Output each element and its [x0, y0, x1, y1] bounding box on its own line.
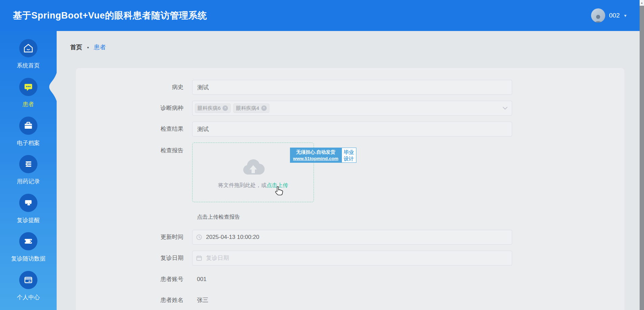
app-title: 基于SpringBoot+Vue的眼科患者随访管理系统 [13, 9, 207, 22]
medical-history-input[interactable] [192, 80, 512, 95]
breadcrumb-current[interactable]: 患者 [94, 43, 106, 51]
exam-report-label: 检查报告 [76, 143, 188, 202]
patient-name-value: 张三 [192, 297, 208, 304]
sidebar-item-profile[interactable]: 个人中心 [0, 271, 57, 301]
patient-account-label: 患者账号 [76, 276, 188, 283]
form-row-patient-account: 患者账号 001 [76, 276, 624, 283]
list-arrow-icon [23, 159, 33, 169]
watermark-banner: 无须担心.自动发货 www.51topmind.com 毕业 设计 [290, 148, 356, 163]
home-icon [23, 43, 33, 53]
update-time-label: 更新时间 [76, 230, 188, 245]
form-row-revisit-date: 复诊日期 [76, 251, 624, 266]
sidebar-item-home[interactable]: 系统首页 [0, 39, 57, 69]
scrollbar-thumb[interactable] [640, 6, 644, 310]
briefcase-icon [23, 121, 33, 131]
sidebar-item-label: 电子档案 [17, 139, 40, 147]
breadcrumb-separator-dot: ● [87, 45, 89, 49]
diagnosis-multiselect[interactable]: 眼科疾病6 × 眼科疾病4 × [192, 101, 512, 116]
watermark-link: www.51topmind.com [293, 156, 339, 161]
breadcrumb-home[interactable]: 首页 [70, 43, 82, 51]
watermark-line1: 无须担心.自动发货 [293, 149, 339, 155]
diagnosis-label: 诊断病种 [76, 101, 188, 116]
form-row-diagnosis: 诊断病种 眼科疾病6 × 眼科疾病4 × [76, 101, 624, 116]
reminder-icon [23, 198, 33, 208]
sidebar-item-label: 患者 [23, 100, 34, 108]
update-time-input[interactable] [192, 230, 512, 245]
sidebar-nav: 系统首页 患者 电子档案 [0, 31, 57, 310]
breadcrumb: 首页 ● 患者 [70, 43, 106, 51]
app-header: 基于SpringBoot+Vue的眼科患者随访管理系统 002 ▾ [0, 0, 644, 31]
form-row-patient-name: 患者姓名 张三 [76, 297, 624, 304]
dropzone-text: 将文件拖到此处，或点击上传 [193, 182, 314, 189]
sidebar-item-label: 用药记录 [17, 178, 40, 185]
chevron-down-icon[interactable]: ▾ [624, 13, 626, 18]
calendar-icon [196, 255, 202, 261]
form-row-exam-result: 检查结果 [76, 122, 624, 136]
person-silhouette-icon [593, 13, 603, 23]
sidebar-item-patients[interactable]: 患者 [0, 78, 57, 108]
medical-history-label: 病史 [76, 80, 188, 95]
sidebar-item-label: 复诊随访数据 [11, 255, 46, 262]
patient-account-value: 001 [192, 276, 206, 283]
user-menu[interactable]: 002 ▾ [591, 8, 626, 23]
username[interactable]: 002 [609, 12, 620, 19]
form-row-upload-hint: 点击上传检查报告 [76, 214, 624, 221]
revisit-date-label: 复诊日期 [76, 251, 188, 266]
id-card-icon [23, 275, 33, 285]
ticket-icon [23, 236, 33, 246]
sidebar-item-medication[interactable]: 用药记录 [0, 155, 57, 185]
scroll-up-icon[interactable]: ▲ [640, 0, 644, 6]
revisit-date-input[interactable] [192, 251, 512, 266]
upload-cloud-icon [240, 157, 266, 177]
avatar[interactable] [591, 8, 605, 23]
sidebar-item-followup-data[interactable]: 复诊随访数据 [0, 232, 57, 262]
patient-name-label: 患者姓名 [76, 297, 188, 304]
chat-bubble-icon [23, 82, 33, 92]
active-item-notch [49, 73, 57, 101]
exam-result-label: 检查结果 [76, 122, 188, 136]
sidebar-item-label: 复诊提醒 [17, 216, 40, 224]
exam-result-input[interactable] [192, 122, 512, 136]
tag-close-icon[interactable]: × [223, 105, 228, 111]
diagnosis-tag: 眼科疾病4 × [233, 103, 269, 113]
sidebar-item-label: 系统首页 [17, 62, 40, 69]
hand-cursor-icon [274, 186, 284, 196]
watermark-badge: 毕业 设计 [342, 148, 356, 163]
diagnosis-tag: 眼科疾病6 × [195, 103, 231, 113]
form-row-update-time: 更新时间 [76, 230, 624, 245]
sidebar-item-archives[interactable]: 电子档案 [0, 117, 57, 147]
upload-hint-text: 点击上传检查报告 [197, 214, 240, 221]
form-row-medical-history: 病史 [76, 80, 624, 95]
sidebar-item-label: 个人中心 [17, 293, 40, 301]
tag-close-icon[interactable]: × [261, 105, 267, 111]
tag-label: 眼科疾病4 [236, 105, 259, 112]
page-scrollbar[interactable]: ▲ [640, 0, 644, 310]
sidebar-item-revisit-reminder[interactable]: 复诊提醒 [0, 194, 57, 224]
patient-form-card: 病史 诊断病种 眼科疾病6 × 眼科疾病4 × 检查 [76, 68, 624, 310]
chevron-down-icon [502, 106, 508, 110]
clock-icon [196, 235, 202, 240]
tag-label: 眼科疾病6 [198, 105, 221, 112]
